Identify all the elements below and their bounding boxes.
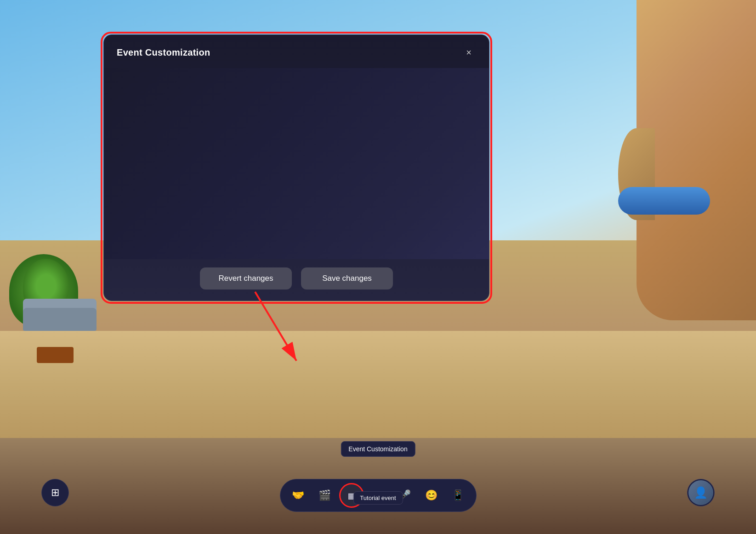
floor: [0, 331, 756, 437]
grid-icon: ⊞: [51, 487, 59, 499]
close-button[interactable]: ×: [461, 45, 476, 60]
clapperboard-icon: 🎬: [318, 489, 331, 501]
dialog-panel: Event Customization × Revert changes Sav…: [103, 34, 489, 301]
coffee-table: [37, 347, 74, 363]
event-customization-dialog: Event Customization × Revert changes Sav…: [103, 34, 489, 301]
tooltip-tutorial: Tutorial event: [353, 491, 403, 505]
toolbar-button-hand[interactable]: 🤝: [286, 483, 311, 508]
avatar-image: 👤: [688, 480, 713, 505]
wood-structure: [637, 0, 756, 320]
emoji-icon: 😊: [425, 489, 438, 501]
dialog-header: Event Customization ×: [104, 35, 489, 68]
avatar-icon: 👤: [694, 486, 708, 499]
pool: [618, 187, 710, 215]
dialog-footer: Revert changes Save changes: [104, 259, 489, 301]
hand-icon: 🤝: [292, 489, 304, 501]
save-changes-button[interactable]: Save changes: [301, 267, 393, 290]
tooltip-event-customization: Event Customization: [341, 441, 415, 457]
dialog-content-area: [104, 68, 489, 259]
main-toolbar: Event Customization 🤝 🎬 ▦ ••• 🎤 😊 📱 Tuto…: [280, 479, 477, 512]
avatar-button[interactable]: 👤: [687, 479, 715, 506]
toolbar-button-clapperboard[interactable]: 🎬: [313, 483, 337, 508]
revert-changes-button[interactable]: Revert changes: [200, 267, 292, 290]
screen-share-icon: 📱: [452, 489, 464, 501]
toolbar-button-emoji[interactable]: 😊: [419, 483, 444, 508]
couch: [14, 294, 106, 331]
toolbar-button-screen-share[interactable]: 📱: [446, 483, 471, 508]
couch-body: [23, 308, 97, 331]
apps-button[interactable]: ⊞: [41, 479, 69, 506]
dialog-title: Event Customization: [117, 47, 210, 58]
